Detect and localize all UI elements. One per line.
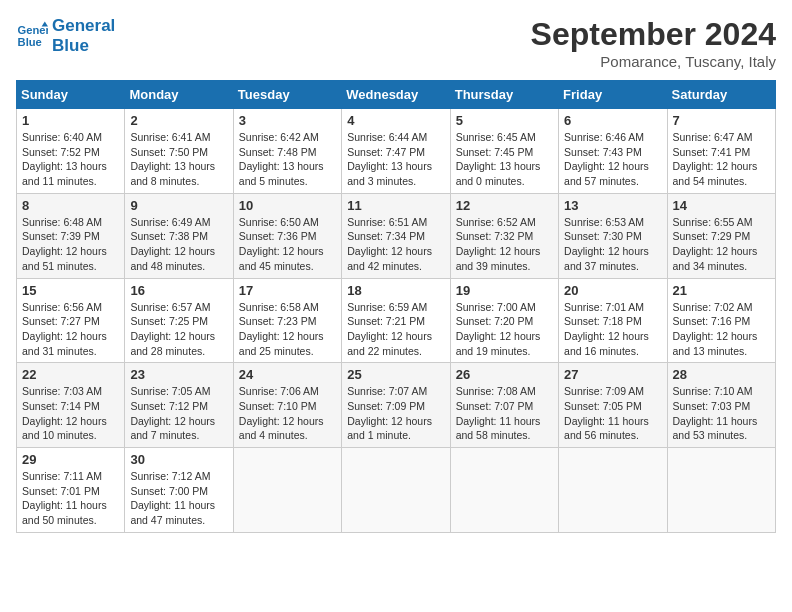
day-number: 17: [239, 283, 336, 298]
calendar-body: 1Sunrise: 6:40 AMSunset: 7:52 PMDaylight…: [17, 109, 776, 533]
month-title: September 2024: [531, 16, 776, 53]
day-info: Sunrise: 6:57 AMSunset: 7:25 PMDaylight:…: [130, 300, 227, 359]
calendar-cell: 9Sunrise: 6:49 AMSunset: 7:38 PMDaylight…: [125, 193, 233, 278]
day-number: 23: [130, 367, 227, 382]
day-info: Sunrise: 6:49 AMSunset: 7:38 PMDaylight:…: [130, 215, 227, 274]
day-number: 28: [673, 367, 770, 382]
day-number: 10: [239, 198, 336, 213]
calendar-table: SundayMondayTuesdayWednesdayThursdayFrid…: [16, 80, 776, 533]
day-number: 7: [673, 113, 770, 128]
logo-text2: Blue: [52, 36, 115, 56]
day-info: Sunrise: 6:56 AMSunset: 7:27 PMDaylight:…: [22, 300, 119, 359]
logo: General Blue General Blue: [16, 16, 115, 55]
calendar-cell: 7Sunrise: 6:47 AMSunset: 7:41 PMDaylight…: [667, 109, 775, 194]
header-thursday: Thursday: [450, 81, 558, 109]
calendar-week-3: 15Sunrise: 6:56 AMSunset: 7:27 PMDayligh…: [17, 278, 776, 363]
calendar-cell: 30Sunrise: 7:12 AMSunset: 7:00 PMDayligh…: [125, 448, 233, 533]
calendar-cell: 22Sunrise: 7:03 AMSunset: 7:14 PMDayligh…: [17, 363, 125, 448]
day-info: Sunrise: 6:45 AMSunset: 7:45 PMDaylight:…: [456, 130, 553, 189]
header-monday: Monday: [125, 81, 233, 109]
calendar-cell: 11Sunrise: 6:51 AMSunset: 7:34 PMDayligh…: [342, 193, 450, 278]
calendar-week-2: 8Sunrise: 6:48 AMSunset: 7:39 PMDaylight…: [17, 193, 776, 278]
day-info: Sunrise: 6:51 AMSunset: 7:34 PMDaylight:…: [347, 215, 444, 274]
calendar-cell: 12Sunrise: 6:52 AMSunset: 7:32 PMDayligh…: [450, 193, 558, 278]
calendar-cell: 25Sunrise: 7:07 AMSunset: 7:09 PMDayligh…: [342, 363, 450, 448]
calendar-cell: 19Sunrise: 7:00 AMSunset: 7:20 PMDayligh…: [450, 278, 558, 363]
day-number: 24: [239, 367, 336, 382]
day-info: Sunrise: 6:44 AMSunset: 7:47 PMDaylight:…: [347, 130, 444, 189]
day-number: 22: [22, 367, 119, 382]
day-info: Sunrise: 6:42 AMSunset: 7:48 PMDaylight:…: [239, 130, 336, 189]
calendar-cell: 10Sunrise: 6:50 AMSunset: 7:36 PMDayligh…: [233, 193, 341, 278]
day-info: Sunrise: 6:55 AMSunset: 7:29 PMDaylight:…: [673, 215, 770, 274]
day-info: Sunrise: 7:12 AMSunset: 7:00 PMDaylight:…: [130, 469, 227, 528]
calendar-week-4: 22Sunrise: 7:03 AMSunset: 7:14 PMDayligh…: [17, 363, 776, 448]
day-number: 18: [347, 283, 444, 298]
day-info: Sunrise: 6:41 AMSunset: 7:50 PMDaylight:…: [130, 130, 227, 189]
calendar-cell: 18Sunrise: 6:59 AMSunset: 7:21 PMDayligh…: [342, 278, 450, 363]
day-number: 27: [564, 367, 661, 382]
day-info: Sunrise: 6:52 AMSunset: 7:32 PMDaylight:…: [456, 215, 553, 274]
day-info: Sunrise: 6:53 AMSunset: 7:30 PMDaylight:…: [564, 215, 661, 274]
day-number: 16: [130, 283, 227, 298]
day-number: 19: [456, 283, 553, 298]
logo-text: General: [52, 16, 115, 36]
day-info: Sunrise: 7:09 AMSunset: 7:05 PMDaylight:…: [564, 384, 661, 443]
day-info: Sunrise: 7:02 AMSunset: 7:16 PMDaylight:…: [673, 300, 770, 359]
day-number: 20: [564, 283, 661, 298]
title-block: September 2024 Pomarance, Tuscany, Italy: [531, 16, 776, 70]
calendar-cell: [342, 448, 450, 533]
day-number: 13: [564, 198, 661, 213]
calendar-cell: 14Sunrise: 6:55 AMSunset: 7:29 PMDayligh…: [667, 193, 775, 278]
calendar-cell: 2Sunrise: 6:41 AMSunset: 7:50 PMDaylight…: [125, 109, 233, 194]
calendar-cell: 13Sunrise: 6:53 AMSunset: 7:30 PMDayligh…: [559, 193, 667, 278]
day-info: Sunrise: 7:11 AMSunset: 7:01 PMDaylight:…: [22, 469, 119, 528]
calendar-cell: 5Sunrise: 6:45 AMSunset: 7:45 PMDaylight…: [450, 109, 558, 194]
svg-text:Blue: Blue: [18, 35, 42, 47]
day-info: Sunrise: 7:07 AMSunset: 7:09 PMDaylight:…: [347, 384, 444, 443]
calendar-cell: 16Sunrise: 6:57 AMSunset: 7:25 PMDayligh…: [125, 278, 233, 363]
calendar-cell: [450, 448, 558, 533]
day-info: Sunrise: 7:05 AMSunset: 7:12 PMDaylight:…: [130, 384, 227, 443]
day-number: 29: [22, 452, 119, 467]
header-friday: Friday: [559, 81, 667, 109]
calendar-cell: 26Sunrise: 7:08 AMSunset: 7:07 PMDayligh…: [450, 363, 558, 448]
day-number: 6: [564, 113, 661, 128]
header-tuesday: Tuesday: [233, 81, 341, 109]
calendar-cell: [667, 448, 775, 533]
calendar-cell: 8Sunrise: 6:48 AMSunset: 7:39 PMDaylight…: [17, 193, 125, 278]
day-number: 14: [673, 198, 770, 213]
calendar-cell: 17Sunrise: 6:58 AMSunset: 7:23 PMDayligh…: [233, 278, 341, 363]
calendar-week-1: 1Sunrise: 6:40 AMSunset: 7:52 PMDaylight…: [17, 109, 776, 194]
calendar-week-5: 29Sunrise: 7:11 AMSunset: 7:01 PMDayligh…: [17, 448, 776, 533]
day-number: 25: [347, 367, 444, 382]
calendar-cell: 23Sunrise: 7:05 AMSunset: 7:12 PMDayligh…: [125, 363, 233, 448]
calendar-cell: 6Sunrise: 6:46 AMSunset: 7:43 PMDaylight…: [559, 109, 667, 194]
day-number: 11: [347, 198, 444, 213]
day-info: Sunrise: 6:50 AMSunset: 7:36 PMDaylight:…: [239, 215, 336, 274]
header-sunday: Sunday: [17, 81, 125, 109]
calendar-cell: [559, 448, 667, 533]
day-info: Sunrise: 6:40 AMSunset: 7:52 PMDaylight:…: [22, 130, 119, 189]
calendar-cell: 1Sunrise: 6:40 AMSunset: 7:52 PMDaylight…: [17, 109, 125, 194]
location-subtitle: Pomarance, Tuscany, Italy: [531, 53, 776, 70]
calendar-cell: 28Sunrise: 7:10 AMSunset: 7:03 PMDayligh…: [667, 363, 775, 448]
day-number: 26: [456, 367, 553, 382]
day-info: Sunrise: 7:00 AMSunset: 7:20 PMDaylight:…: [456, 300, 553, 359]
calendar-cell: 21Sunrise: 7:02 AMSunset: 7:16 PMDayligh…: [667, 278, 775, 363]
day-info: Sunrise: 6:59 AMSunset: 7:21 PMDaylight:…: [347, 300, 444, 359]
day-number: 4: [347, 113, 444, 128]
day-info: Sunrise: 7:08 AMSunset: 7:07 PMDaylight:…: [456, 384, 553, 443]
day-info: Sunrise: 7:01 AMSunset: 7:18 PMDaylight:…: [564, 300, 661, 359]
day-info: Sunrise: 7:06 AMSunset: 7:10 PMDaylight:…: [239, 384, 336, 443]
header-saturday: Saturday: [667, 81, 775, 109]
day-number: 12: [456, 198, 553, 213]
calendar-cell: 4Sunrise: 6:44 AMSunset: 7:47 PMDaylight…: [342, 109, 450, 194]
day-number: 8: [22, 198, 119, 213]
day-info: Sunrise: 6:46 AMSunset: 7:43 PMDaylight:…: [564, 130, 661, 189]
day-number: 1: [22, 113, 119, 128]
page-header: General Blue General Blue September 2024…: [16, 16, 776, 70]
day-number: 15: [22, 283, 119, 298]
calendar-cell: 3Sunrise: 6:42 AMSunset: 7:48 PMDaylight…: [233, 109, 341, 194]
day-number: 3: [239, 113, 336, 128]
